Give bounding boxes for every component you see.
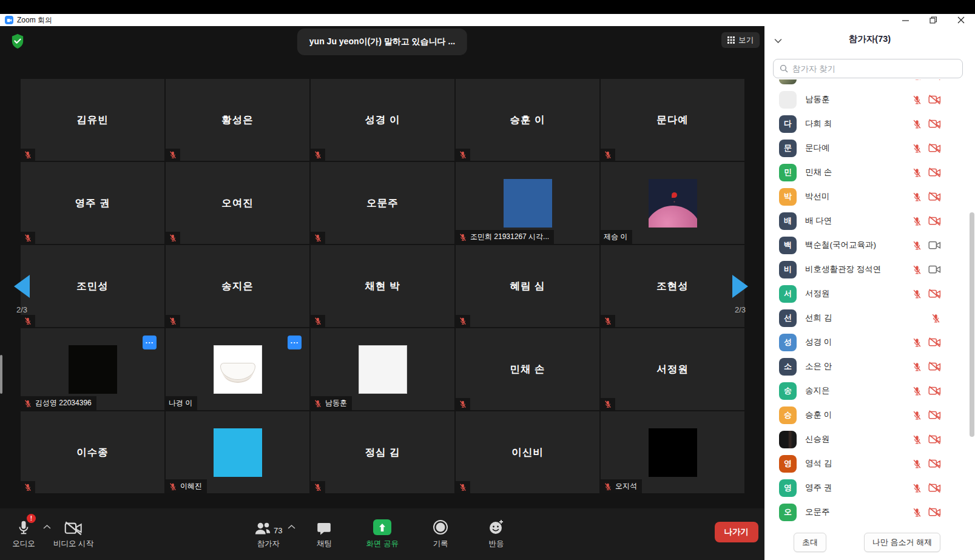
panel-collapse-chevron-icon[interactable] [774,35,782,46]
participant-status-icons [909,337,941,348]
video-on-icon [928,240,941,250]
mic-off-icon [459,233,467,241]
video-tile[interactable]: 혜림 심 [456,245,599,327]
participant-row[interactable]: 민민채 손 [764,160,969,184]
participant-row[interactable]: 오오문주 [764,500,969,524]
toolbar-left-group: !오디오 비디오 시작 [10,517,93,549]
video-tile[interactable]: 김유빈 [21,79,164,161]
mic-off-icon [604,150,612,159]
chevron-up-icon [43,524,51,529]
mic-off-icon [169,150,177,159]
tile-name-label: 오지석 [601,479,642,493]
mic-off-icon [912,507,922,518]
participant-name: 영주 권 [21,162,164,244]
security-shield-icon[interactable] [11,33,24,49]
video-tile[interactable]: 승훈 이 [456,79,599,161]
video-tile[interactable]: 조민희 21931267 시각... [456,162,599,244]
video-tile[interactable]: 이혜진 [166,411,309,493]
participant-row[interactable]: 신승원 [764,427,969,451]
participant-name: 영주 권 [805,482,832,493]
participant-row[interactable]: 서서정원 [764,282,969,306]
chat-icon [317,522,331,535]
gallery-next-button[interactable]: 2/3 [727,275,754,314]
reactions-button[interactable]: 반응 [482,517,510,549]
gallery-prev-button[interactable]: 2/3 [8,275,35,314]
video-tile[interactable]: 이수종 [21,411,164,493]
audio-options-chevron[interactable] [43,521,51,531]
mic-off-icon [604,482,612,491]
participant-row[interactable]: 송송지은 [764,379,969,403]
participant-row[interactable]: 소소은 안 [764,354,969,379]
participant-status-icons [909,507,941,518]
participant-row[interactable]: 문문다예 [764,136,969,160]
video-tile[interactable]: 오지석 [601,411,744,493]
participant-row[interactable]: 성성경 이 [764,330,969,354]
participant-row[interactable] [764,79,969,87]
invite-button[interactable]: 초대 [794,533,826,552]
participant-video-thumbnail [649,179,697,228]
video-tile[interactable]: 송지은 [166,245,309,327]
participant-name: 송지은 [166,245,309,327]
participant-row[interactable]: 영영석 김 [764,451,969,476]
zoom-app-icon [5,16,13,24]
video-tile[interactable]: 성경 이 [311,79,454,161]
record-button[interactable]: 기록 [427,517,454,549]
video-button[interactable]: 비디오 시작 [53,517,93,549]
participant-name: 이신비 [456,411,599,493]
window-title: Zoom 회의 [17,15,52,25]
participant-row[interactable]: 남동훈 [764,87,969,112]
side-drawer-handle[interactable] [0,355,2,394]
tile-more-options-button[interactable]: ... [288,336,302,349]
video-grid: 김유빈 황성은 성경 이 승훈 이 문다예 영주 권 오여진 오 [21,79,744,493]
participant-search-box[interactable] [773,59,963,78]
participant-row[interactable]: 영영주 권 [764,476,969,500]
video-tile[interactable]: 이신비 [456,411,599,493]
tile-more-options-button[interactable]: ... [143,336,157,349]
view-button[interactable]: 보기 [721,32,760,48]
video-tile[interactable]: 오여진 [166,162,309,244]
participants-options-chevron[interactable] [288,521,295,531]
video-tile[interactable]: 조현성 [601,245,744,327]
chat-button[interactable]: 채팅 [310,517,338,549]
video-off-icon [928,483,941,493]
video-tile[interactable]: 서정원 [601,328,744,410]
participant-row[interactable]: 비비호생활관장 정석연 [764,257,969,282]
tile-name-label: 김성영 22034396 [21,396,96,410]
participant-row[interactable]: 다다희 최 [764,112,969,136]
video-tile[interactable]: 황성은 [166,79,309,161]
video-tile[interactable]: 민채 손 [456,328,599,410]
video-tile[interactable]: 정심 김 [311,411,454,493]
participant-row[interactable]: 선선희 김 [764,306,969,330]
video-off-icon [928,216,941,226]
share-button[interactable]: 화면 공유 [366,517,398,549]
avatar: 백 [779,237,797,254]
participants-button[interactable]: 73참가자 [254,517,282,549]
prev-arrow-icon [14,275,30,298]
tile-name-label: 나경 이 [166,396,197,410]
video-tile[interactable]: ... 김성영 22034396 [21,328,164,410]
participant-row[interactable]: 박박선미 [764,184,969,209]
participant-row[interactable]: 백백순철(국어교육과) [764,233,969,257]
mic-off-icon [931,313,941,323]
participants-scrollbar[interactable] [970,212,974,437]
participant-status-icons [909,143,941,153]
video-tile[interactable]: 조민성 [21,245,164,327]
participant-status-icons [909,434,941,445]
participant-search-input[interactable] [792,64,956,73]
tile-mute-indicator [601,149,615,161]
video-tile[interactable]: ...나경 이 [166,328,309,410]
video-tile[interactable]: 문다예 [601,79,744,161]
participant-name: 신승원 [805,434,830,445]
participant-name: 김유빈 [21,79,164,161]
leave-button[interactable]: 나가기 [715,522,759,542]
participant-row[interactable]: 배배 다연 [764,209,969,233]
participant-row[interactable]: 승승훈 이 [764,403,969,427]
video-tile[interactable]: 채현 박 [311,245,454,327]
mic-off-icon [314,483,322,491]
audio-button[interactable]: !오디오 [10,517,38,549]
video-tile[interactable]: 오문주 [311,162,454,244]
video-tile[interactable]: 남동훈 [311,328,454,410]
unmute-me-button[interactable]: 나만 음소거 해제 [864,533,940,552]
video-tile[interactable]: 영주 권 [21,162,164,244]
video-tile[interactable]: 제승 이 [601,162,744,244]
